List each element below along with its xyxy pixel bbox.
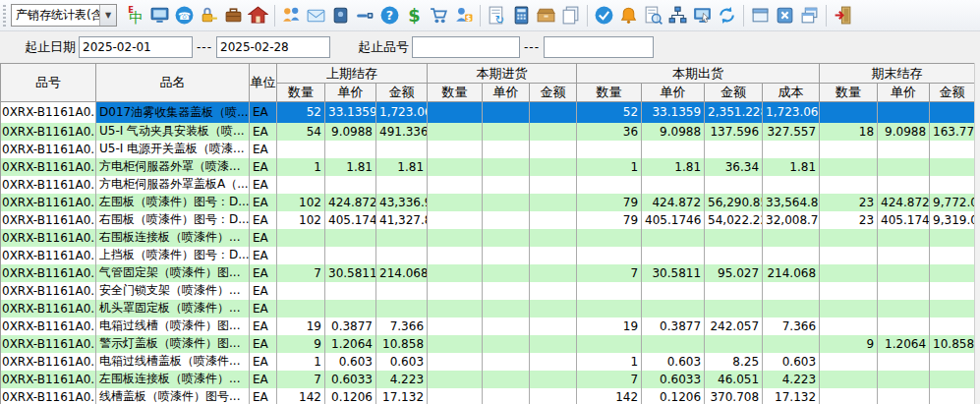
column-header-prev-qty[interactable]: 数量 (277, 84, 325, 102)
cell-ship-price (642, 176, 705, 194)
column-header-prev-price[interactable]: 单价 (325, 84, 376, 102)
report-selector-dropdown[interactable]: 产销存统计表(含 ▼ (11, 4, 117, 27)
window-icon[interactable] (748, 3, 773, 28)
help-icon[interactable]: ? (377, 3, 402, 28)
cell-prev-qty: 7 (277, 371, 325, 388)
cell-ending-price: 405.1747 (878, 211, 930, 229)
calculator-icon[interactable] (509, 3, 534, 28)
table-row[interactable]: 0XRX-B1161A0...机头罩固定板（喷漆件）...EA (1, 300, 975, 317)
cart-icon[interactable] (427, 3, 451, 28)
lock-icon[interactable] (197, 3, 221, 28)
table-row[interactable]: 0XRX-B1161A0...气管固定架（喷漆件）图...EA730.58112… (1, 264, 975, 282)
cell-prev-price: 424.872 (325, 194, 376, 211)
table-row[interactable]: 0XRX-B1161A0...D017油雾收集器盖板（喷...EA5233.13… (1, 102, 975, 123)
cell-ending-qty (820, 247, 878, 264)
table-row[interactable]: 0XRX-B1161A0...电箱过线槽（喷漆件）图...EA190.38777… (1, 317, 975, 335)
key-icon[interactable] (353, 3, 377, 28)
column-header-item-name[interactable]: 品名 (96, 64, 250, 102)
table-row[interactable]: 0XRX-B1161A0...方电柜伺服器外罩盖板A（...EA (1, 176, 975, 194)
toolbar-grip[interactable] (3, 5, 8, 27)
table-row[interactable]: 0XRX-B1161A0...上挡板（喷漆件）图号：D...EA (1, 247, 975, 264)
dollar-icon[interactable]: $ (402, 3, 427, 28)
cell-ship-amount: 95.027 (705, 264, 763, 282)
cell-item-no: 0XRX-B1161A0... (1, 317, 96, 335)
date-from-input[interactable] (79, 36, 193, 58)
cascade-windows-icon[interactable] (797, 3, 822, 28)
cell-item-name: 线槽盖板（喷漆件）图号... (96, 388, 250, 404)
cell-purchase-amount (530, 335, 577, 353)
table-row[interactable]: 0XRX-B1161A0...右围板（喷漆件）图号：D...EA102405.1… (1, 211, 975, 229)
bell-icon[interactable] (616, 3, 641, 28)
table-row[interactable]: 0XRX-B1161A0...警示灯盖板（喷漆件）图...EA91.206410… (1, 335, 975, 353)
cell-item-no: 0XRX-B1161A0... (1, 211, 96, 229)
vertical-scrollbar[interactable] (974, 63, 980, 404)
cell-purchase-amount (530, 102, 577, 123)
column-header-end-amount[interactable]: 金额 (930, 84, 975, 102)
table-row[interactable]: 0XRX-B1161A0...右围板连接板（喷漆件）...EA (1, 229, 975, 247)
contact-card-icon[interactable] (328, 3, 353, 28)
approve-icon[interactable] (592, 3, 616, 28)
cell-purchase-qty (428, 335, 483, 353)
column-header-purchase-price[interactable]: 单价 (483, 84, 530, 102)
cell-ship-qty: 7 (577, 371, 642, 388)
close-window-icon[interactable] (773, 3, 797, 28)
cell-ending-amount (930, 371, 975, 388)
column-header-ship-amount[interactable]: 金额 (705, 84, 763, 102)
search-document-icon[interactable] (641, 3, 665, 28)
cell-purchase-qty (428, 211, 483, 229)
briefcase-icon[interactable] (221, 3, 246, 28)
column-header-unit[interactable]: 单位 (250, 64, 277, 102)
table-row[interactable]: 0XRX-B1161A0...左围板连接板（喷漆件）...EA70.60334.… (1, 371, 975, 388)
cell-prev-amount (376, 282, 428, 300)
users-icon[interactable] (279, 3, 304, 28)
home-icon[interactable] (246, 3, 270, 28)
column-header-purchase-qty[interactable]: 数量 (428, 84, 483, 102)
table-row[interactable]: 0XRX-B1161A0...左围板（喷漆件）图号：D...EA102424.8… (1, 194, 975, 211)
item-to-input[interactable] (544, 36, 654, 58)
translate-icon[interactable]: E中 (123, 3, 147, 28)
column-header-purchase-amount[interactable]: 金额 (530, 84, 577, 102)
cell-prev-qty: 54 (277, 123, 325, 141)
computer-icon[interactable] (147, 3, 172, 28)
column-header-end-price[interactable]: 单价 (878, 84, 930, 102)
person-dollar-icon[interactable]: $ (451, 3, 476, 28)
cell-prev-price: 0.6033 (325, 371, 376, 388)
table-row[interactable]: 0XRX-B1161A0...U5-I 电源开关盖板（喷漆...EA (1, 141, 975, 158)
copy-icon[interactable] (558, 3, 583, 28)
table-row[interactable]: 0XRX-B1161A0...方电柜伺服器外罩（喷漆...EA11.811.81… (1, 158, 975, 176)
remote-desktop-icon[interactable] (690, 3, 715, 28)
archive-icon[interactable] (534, 3, 558, 28)
toolbar-separator (480, 5, 481, 27)
report-refresh-icon[interactable]: ↻ (485, 3, 509, 28)
date-to-input[interactable] (216, 36, 330, 58)
mail-icon[interactable] (304, 3, 328, 28)
cell-purchase-amount (530, 371, 577, 388)
refresh-icon[interactable] (715, 3, 739, 28)
toolbar-separator (743, 5, 744, 27)
cell-purchase-amount (530, 194, 577, 211)
column-header-end-qty[interactable]: 数量 (820, 84, 878, 102)
cell-ship-amount (705, 141, 763, 158)
cell-ship-cost: 4.223 (763, 371, 820, 388)
column-header-prev-amount[interactable]: 金额 (376, 84, 428, 102)
exit-icon[interactable] (831, 3, 855, 28)
item-from-input[interactable] (412, 36, 520, 58)
table-row[interactable]: 0XRX-B1161A0...线槽盖板（喷漆件）图号...EA1420.1206… (1, 388, 975, 404)
phone-icon[interactable]: ☎ (172, 3, 197, 28)
table-row[interactable]: 0XRX-B1161A0...电箱过线槽盖板（喷漆件...EA10.6030.6… (1, 353, 975, 371)
table-row[interactable]: 0XRX-B1161A0...安全门锁支架（喷漆件）...EA (1, 282, 975, 300)
cell-ending-price: 1.2064 (878, 335, 930, 353)
chevron-down-icon[interactable]: ▼ (99, 5, 116, 26)
cell-ending-qty: 23 (820, 194, 878, 211)
cell-item-no: 0XRX-B1161A0... (1, 141, 96, 158)
column-header-ship-qty[interactable]: 数量 (577, 84, 642, 102)
column-header-ship-cost[interactable]: 成本 (763, 84, 820, 102)
table-row[interactable]: 0XRX-B1161A0...U5-I 气动夹具安装板（喷...EA549.09… (1, 123, 975, 141)
org-chart-icon[interactable] (665, 3, 690, 28)
column-header-item-no[interactable]: 品号 (1, 64, 96, 102)
column-header-ship-price[interactable]: 单价 (642, 84, 705, 102)
cell-prev-amount (376, 300, 428, 317)
column-group-prev-balance: 上期结存 (277, 64, 428, 84)
cell-purchase-qty (428, 371, 483, 388)
cell-ship-cost (763, 229, 820, 247)
